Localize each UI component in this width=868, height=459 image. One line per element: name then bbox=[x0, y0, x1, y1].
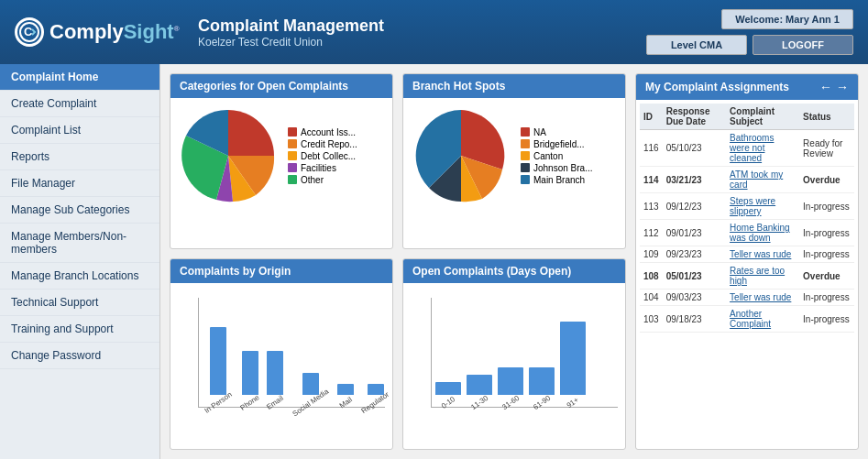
bar-label: 91+ bbox=[566, 395, 580, 409]
welcome-button[interactable]: Welcome: Mary Ann 1 bbox=[721, 9, 853, 29]
sidebar-item-complaint-list[interactable]: Complaint List bbox=[0, 117, 159, 144]
row-id: 108 bbox=[640, 263, 663, 290]
card-origin: Complaints by Origin 9 7 6 4 2 0 In Pers… bbox=[170, 258, 393, 451]
card-hotspots: Branch Hot Spots bbox=[402, 73, 626, 249]
row-date: 09/23/23 bbox=[663, 246, 726, 263]
scroll-left-icon[interactable]: ← bbox=[819, 80, 832, 94]
bar-group: Email bbox=[266, 351, 284, 407]
bar bbox=[337, 384, 354, 395]
row-status: In-progress bbox=[799, 246, 854, 263]
bar-group: 91+ bbox=[560, 322, 586, 407]
row-status: Overdue bbox=[799, 263, 854, 290]
sidebar-item-manage-branch[interactable]: Manage Branch Locations bbox=[0, 263, 159, 290]
row-subject[interactable]: Teller was rude bbox=[726, 290, 799, 306]
bar-group: Mail bbox=[337, 384, 354, 407]
bar-group: 0-10 bbox=[435, 382, 461, 407]
bar-group: 11-30 bbox=[467, 375, 492, 407]
row-date: 09/01/23 bbox=[663, 220, 726, 246]
hotspots-pie-chart bbox=[411, 105, 511, 206]
sidebar-item-complaint-home[interactable]: Complaint Home bbox=[0, 64, 159, 91]
row-id: 112 bbox=[640, 220, 663, 246]
categories-legend: Account Iss... Credit Repo... Debt Colle… bbox=[288, 127, 357, 185]
bar-group: Social Media bbox=[290, 373, 332, 407]
sidebar-item-technical-support[interactable]: Technical Support bbox=[0, 290, 159, 316]
origin-chart-wrapper: 9 7 6 4 2 0 In PersonPhoneEmailSocial Me… bbox=[178, 290, 385, 408]
row-status: Ready for Review bbox=[799, 130, 854, 167]
sidebar-item-create-complaint[interactable]: Create Complaint bbox=[0, 91, 159, 117]
table-row: 11403/21/23ATM took my cardOverdue bbox=[640, 167, 854, 193]
row-subject[interactable]: Home Banking was down bbox=[726, 220, 799, 246]
level-button[interactable]: Level CMA bbox=[646, 35, 747, 55]
sidebar: Complaint Home Create Complaint Complain… bbox=[0, 64, 160, 459]
sidebar-item-manage-members[interactable]: Manage Members/Non-members bbox=[0, 224, 159, 263]
bar bbox=[498, 367, 523, 395]
row-id: 113 bbox=[640, 193, 663, 220]
bar bbox=[529, 367, 555, 395]
bar-group: Phone bbox=[239, 351, 260, 407]
sidebar-item-file-manager[interactable]: File Manager bbox=[0, 170, 159, 197]
card-open-body: 15 10 5 0 0-1011-3031-6061-9091+ bbox=[403, 283, 625, 415]
header-right: Welcome: Mary Ann 1 Level CMA LOGOFF bbox=[646, 9, 853, 55]
bar bbox=[467, 375, 492, 395]
open-y-axis: 15 10 5 0 bbox=[402, 290, 403, 408]
logoff-button[interactable]: LOGOFF bbox=[753, 35, 853, 55]
card-assignments-body: ID Response Due Date Complaint Subject S… bbox=[636, 100, 858, 336]
header-center: Complaint Management Koelzer Test Credit… bbox=[180, 16, 646, 49]
col-date: Response Due Date bbox=[663, 104, 726, 130]
table-row: 10309/18/23Another ComplaintIn-progress bbox=[640, 306, 854, 333]
col-status: Status bbox=[799, 104, 854, 130]
bar bbox=[302, 373, 319, 395]
table-row: 10909/23/23Teller was rudeIn-progress bbox=[640, 246, 854, 263]
table-row: 10409/03/23Teller was rudeIn-progress bbox=[640, 290, 854, 306]
row-subject[interactable]: Another Complaint bbox=[726, 306, 799, 333]
card-open-header: Open Complaints (Days Open) bbox=[403, 259, 625, 283]
bar-label: Email bbox=[266, 394, 286, 411]
row-subject[interactable]: Steps were slippery bbox=[726, 193, 799, 220]
logo-icon: C bbox=[15, 17, 44, 47]
row-id: 116 bbox=[640, 130, 663, 167]
open-chart-wrapper: 15 10 5 0 0-1011-3031-6061-9091+ bbox=[411, 290, 618, 408]
sidebar-item-training[interactable]: Training and Support bbox=[0, 316, 159, 343]
row-status: In-progress bbox=[799, 306, 854, 333]
categories-pie-chart bbox=[178, 105, 279, 206]
bar-label: 61-90 bbox=[532, 393, 552, 410]
bar-label: 11-30 bbox=[469, 393, 489, 410]
card-hotspots-header: Branch Hot Spots bbox=[403, 74, 625, 98]
card-origin-body: 9 7 6 4 2 0 In PersonPhoneEmailSocial Me… bbox=[170, 283, 392, 415]
row-subject[interactable]: Teller was rude bbox=[726, 246, 799, 263]
card-categories-body: Account Iss... Credit Repo... Debt Colle… bbox=[170, 98, 392, 213]
header: C ComplySight® Complaint Management Koel… bbox=[0, 0, 868, 64]
page-title: Complaint Management bbox=[198, 16, 646, 36]
bar-group: 61-90 bbox=[529, 367, 555, 407]
bar-label: 31-60 bbox=[500, 393, 521, 410]
bar-label: Mail bbox=[338, 395, 354, 410]
table-row: 11309/12/23Steps were slipperyIn-progres… bbox=[640, 193, 854, 220]
row-status: Overdue bbox=[799, 167, 854, 193]
bar-group: 31-60 bbox=[498, 367, 523, 407]
row-id: 103 bbox=[640, 306, 663, 333]
row-subject[interactable]: ATM took my card bbox=[726, 167, 799, 193]
card-open: Open Complaints (Days Open) 15 10 5 0 0-… bbox=[402, 258, 626, 451]
row-subject[interactable]: Bathrooms were not cleaned bbox=[726, 130, 799, 167]
assignments-table: ID Response Due Date Complaint Subject S… bbox=[640, 104, 854, 333]
row-status: In-progress bbox=[799, 220, 854, 246]
logo-area: C ComplySight® bbox=[15, 17, 180, 47]
row-subject[interactable]: Rates are too high bbox=[726, 263, 799, 290]
row-date: 09/03/23 bbox=[663, 290, 726, 306]
table-row: 10805/01/23Rates are too highOverdue bbox=[640, 263, 854, 290]
sidebar-item-manage-sub-categories[interactable]: Manage Sub Categories bbox=[0, 197, 159, 224]
open-bar-chart: 0-1011-3031-6061-9091+ bbox=[431, 298, 618, 408]
sidebar-item-change-password[interactable]: Change Password bbox=[0, 343, 159, 369]
row-date: 05/10/23 bbox=[663, 130, 726, 167]
row-id: 114 bbox=[640, 167, 663, 193]
svg-text:C: C bbox=[24, 25, 33, 38]
row-date: 05/01/23 bbox=[663, 263, 726, 290]
row-date: 03/21/23 bbox=[663, 167, 726, 193]
row-id: 104 bbox=[640, 290, 663, 306]
logo-text: ComplySight® bbox=[49, 20, 180, 44]
bar bbox=[210, 327, 226, 395]
sidebar-item-reports[interactable]: Reports bbox=[0, 144, 159, 170]
scroll-right-icon[interactable]: → bbox=[836, 80, 849, 94]
content: Categories for Open Complaints bbox=[160, 64, 868, 459]
bar bbox=[242, 351, 258, 395]
